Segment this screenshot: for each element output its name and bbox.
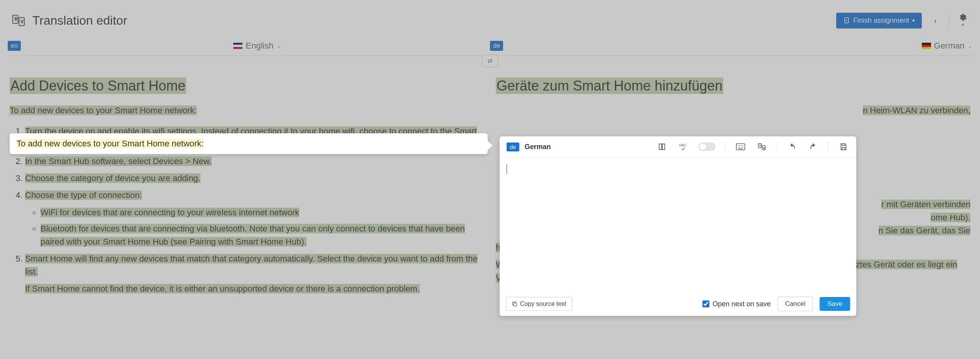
target-lang-selector[interactable]: German ⌄ bbox=[922, 41, 972, 51]
language-row: en English ⌄ de German ⌄ bbox=[0, 41, 980, 55]
divider-row bbox=[0, 55, 980, 66]
source-sublist: WiFi for devices that are connecting to … bbox=[25, 206, 484, 248]
source-lang-label: English bbox=[246, 41, 273, 51]
source-list-item[interactable]: Smart Home will find any new devices tha… bbox=[25, 254, 478, 277]
active-segment-popout[interactable]: To add new devices to your Smart Home ne… bbox=[10, 133, 488, 154]
target-title: Geräte zum Smart Home hinzufügen bbox=[496, 77, 723, 94]
undo-button[interactable] bbox=[786, 141, 798, 152]
active-segment-text: To add new devices to your Smart Home ne… bbox=[17, 139, 204, 148]
flag-en-icon bbox=[233, 43, 242, 49]
editor-textarea[interactable] bbox=[500, 158, 856, 292]
chevron-down-icon: ⌄ bbox=[276, 43, 281, 49]
open-next-text: Open next on save bbox=[712, 300, 771, 308]
chevron-down-icon: ▾ bbox=[961, 22, 964, 28]
source-segment-intro[interactable]: To add new devices to your Smart Home ne… bbox=[10, 106, 197, 115]
source-sublist-item[interactable]: Bluetooth for devices that are connectin… bbox=[40, 224, 465, 247]
source-sublist-item[interactable]: WiFi for devices that are connecting to … bbox=[40, 208, 299, 217]
app-title: Translation editor bbox=[32, 13, 127, 28]
finish-assignment-button[interactable]: Finish assignment ▾ bbox=[836, 13, 922, 29]
separator bbox=[777, 143, 777, 151]
topbar-left: Translation editor bbox=[12, 13, 127, 28]
copy-source-label: Copy source text bbox=[520, 300, 566, 307]
target-frag[interactable]: n Sie das Gerät, das Sie bbox=[879, 226, 970, 235]
source-title: Add Devices to Smart Home bbox=[10, 77, 186, 94]
translation-editor-card: de German ABC Copy source text Ope bbox=[500, 136, 856, 316]
save-button[interactable]: Save bbox=[820, 297, 850, 311]
separator bbox=[949, 14, 949, 27]
source-lang-selector[interactable]: English ⌄ bbox=[233, 41, 281, 51]
source-lang-badge: en bbox=[8, 41, 21, 51]
chevron-down-icon: ▾ bbox=[912, 17, 915, 23]
target-frag[interactable]: r mit Geräten verbinden bbox=[881, 200, 970, 209]
target-lang-badge: de bbox=[490, 41, 503, 51]
source-tail[interactable]: If Smart Home cannot find the device, it… bbox=[25, 284, 420, 294]
chevron-down-icon: ⌄ bbox=[968, 43, 972, 49]
swap-languages-button[interactable] bbox=[482, 55, 498, 67]
source-pane: Add Devices to Smart Home To add new dev… bbox=[10, 78, 484, 295]
keyboard-button[interactable] bbox=[734, 142, 747, 152]
open-next-checkbox-label[interactable]: Open next on save bbox=[702, 300, 771, 308]
editor-toggle[interactable] bbox=[699, 143, 716, 151]
info-button[interactable] bbox=[929, 15, 941, 26]
finish-assignment-label: Finish assignment bbox=[853, 17, 909, 25]
glossary-button[interactable] bbox=[656, 141, 668, 153]
source-list-item[interactable]: In the Smart Hub software, select Device… bbox=[25, 156, 212, 166]
spellcheck-button[interactable]: ABC bbox=[677, 141, 689, 153]
editor-footer-right: Open next on save Cancel Save bbox=[702, 297, 850, 311]
save-icon-button[interactable] bbox=[838, 141, 849, 153]
settings-button[interactable]: ▾ bbox=[957, 12, 968, 29]
redo-button[interactable] bbox=[807, 141, 819, 152]
source-list-item[interactable]: Choose the category of device you are ad… bbox=[25, 173, 200, 183]
separator bbox=[828, 143, 828, 151]
editor-lang-badge: de bbox=[507, 143, 519, 151]
source-lang-block: en English ⌄ bbox=[8, 41, 490, 51]
target-frag[interactable]: n Heim-WLAN zu verbinden, bbox=[863, 106, 970, 115]
separator bbox=[725, 143, 725, 151]
topbar: Translation editor Finish assignment ▾ ▾ bbox=[0, 0, 980, 41]
svg-text:ABC: ABC bbox=[679, 143, 686, 147]
editor-footer: Copy source text Open next on save Cance… bbox=[500, 292, 856, 316]
flag-de-icon bbox=[922, 43, 931, 49]
translation-app-icon bbox=[12, 13, 25, 27]
editor-header-left: de German bbox=[507, 143, 551, 151]
machine-translate-button[interactable] bbox=[756, 141, 768, 153]
target-lang-block: de German ⌄ bbox=[490, 41, 972, 51]
editor-header: de German ABC bbox=[500, 136, 856, 158]
target-lang-label: German bbox=[934, 41, 965, 51]
topbar-right: Finish assignment ▾ ▾ bbox=[836, 12, 968, 29]
source-list-item[interactable]: Choose the type of connection: bbox=[25, 190, 142, 200]
target-frag[interactable]: ome Hub). bbox=[931, 213, 970, 222]
cancel-button[interactable]: Cancel bbox=[778, 297, 813, 311]
editor-lang-label: German bbox=[525, 143, 551, 151]
editor-toolbar: ABC bbox=[656, 141, 849, 153]
open-next-checkbox[interactable] bbox=[702, 300, 709, 307]
copy-source-button[interactable]: Copy source text bbox=[506, 297, 572, 311]
text-cursor bbox=[507, 164, 507, 174]
svg-rect-7 bbox=[514, 303, 517, 306]
